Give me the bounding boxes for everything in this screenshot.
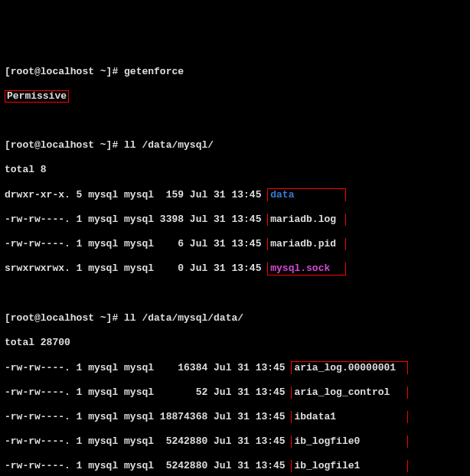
perm-col: -rw-rw----. 1 mysql mysql 3398 Jul 31 13… — [5, 214, 267, 225]
ls-row: -rw-rw----. 1 mysql mysql 5242880 Jul 31… — [5, 435, 465, 448]
ls-row: -rw-rw----. 1 mysql mysql 16384 Jul 31 1… — [5, 361, 465, 374]
highlighted-output: Permissive — [5, 90, 69, 103]
perm-col: -rw-rw----. 1 mysql mysql 16384 Jul 31 1… — [5, 362, 291, 373]
filename: aria_log.00000001 — [294, 362, 396, 373]
prompt-line: [root@localhost ~]# ll /data/mysql/data/ — [5, 312, 465, 324]
perm-col: -rw-rw----. 1 mysql mysql 5242880 Jul 31… — [5, 435, 291, 447]
prompt-line: [root@localhost ~]# getenforce — [5, 66, 465, 78]
typed-command[interactable]: getenforce — [124, 66, 184, 77]
perm-col: -rw-rw----. 1 mysql mysql 52 Jul 31 13:4… — [5, 386, 291, 398]
getenforce-output: Permissive — [5, 90, 465, 103]
prompt: [root@localhost ~]# — [5, 312, 124, 324]
ls-row: drwxr-xr-x. 5 mysql mysql 159 Jul 31 13:… — [5, 188, 465, 201]
filename: ib_logfile1 — [294, 460, 360, 471]
perm-col: drwxr-xr-x. 5 mysql mysql 159 Jul 31 13:… — [5, 189, 267, 201]
filename: ib_logfile0 — [294, 435, 360, 447]
perm-col: -rw-rw----. 1 mysql mysql 6 Jul 31 13:45 — [5, 238, 267, 249]
perm-col: -rw-rw----. 1 mysql mysql 18874368 Jul 3… — [5, 411, 291, 422]
perm-col: srwxrwxrwx. 1 mysql mysql 0 Jul 31 13:45 — [5, 262, 267, 274]
prompt: [root@localhost ~]# — [5, 139, 124, 151]
filename: mariadb.log — [270, 214, 336, 225]
filename: mysql.sock — [270, 262, 330, 274]
perm-col: -rw-rw----. 1 mysql mysql 5242880 Jul 31… — [5, 460, 291, 471]
filename: ibdata1 — [294, 411, 336, 422]
filename: aria_log_control — [294, 386, 390, 398]
ls-row: -rw-rw----. 1 mysql mysql 5242880 Jul 31… — [5, 460, 465, 472]
ls-row: -rw-rw----. 1 mysql mysql 52 Jul 31 13:4… — [5, 386, 465, 399]
ls-row: srwxrwxrwx. 1 mysql mysql 0 Jul 31 13:45… — [5, 262, 465, 275]
ls-row: -rw-rw----. 1 mysql mysql 3398 Jul 31 13… — [5, 214, 465, 226]
prompt-line: [root@localhost ~]# ll /data/mysql/ — [5, 139, 465, 152]
filename: mariadb.pid — [270, 238, 336, 249]
ls-row: -rw-rw----. 1 mysql mysql 18874368 Jul 3… — [5, 411, 465, 423]
total-line: total 28700 — [5, 337, 465, 349]
filename: data — [270, 189, 294, 201]
ls-row: -rw-rw----. 1 mysql mysql 6 Jul 31 13:45… — [5, 238, 465, 250]
total-line: total 8 — [5, 164, 465, 176]
prompt: [root@localhost ~]# — [5, 66, 124, 77]
typed-command[interactable]: ll /data/mysql/ — [124, 139, 214, 151]
typed-command[interactable]: ll /data/mysql/data/ — [124, 312, 243, 324]
